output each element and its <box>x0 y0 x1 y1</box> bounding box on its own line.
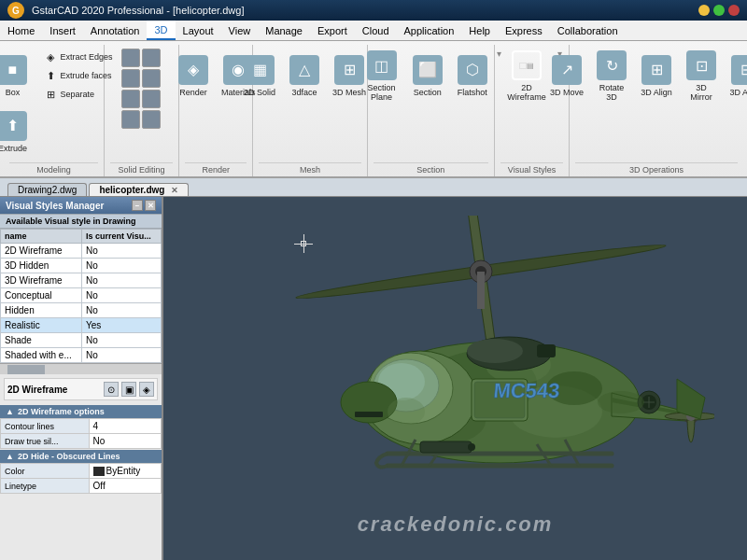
ribbon-group-section: ◫ Section Plane ⬜ Section ⬡ Flatshot ▾ S… <box>368 45 495 176</box>
solid-edit-btn-5[interactable] <box>121 90 140 108</box>
flatshot-icon: ⬡ <box>458 55 487 85</box>
menu-export[interactable]: Export <box>310 21 355 40</box>
menu-help[interactable]: Help <box>461 21 498 40</box>
3dmirror-button[interactable]: ⊡ 3D Mirror <box>681 49 722 104</box>
prop-color[interactable]: Color ByEntity <box>1 464 162 479</box>
vsm-title-buttons: − ✕ <box>132 200 156 211</box>
menu-cloud[interactable]: Cloud <box>355 21 397 40</box>
3d-operations-content: ↗ 3D Move ↻ Rotate 3D ⊞ 3D Align ⊡ 3D Mi… <box>546 45 747 162</box>
menu-annotation[interactable]: Annotation <box>83 21 148 40</box>
solid-edit-btn-2[interactable] <box>142 49 161 67</box>
render-button[interactable]: ◈ Render <box>173 49 214 103</box>
svg-rect-4 <box>477 272 485 309</box>
3dalign-button[interactable]: ⊞ 3D Align <box>636 49 677 103</box>
close-button[interactable] <box>728 5 740 16</box>
extrude-label: Extrude <box>0 144 27 153</box>
ribbon-group-mesh: ▦ 2D Solid △ 3dface ⊞ 3D Mesh ▾ Mesh <box>253 45 367 176</box>
vsm-title-text: Visual Styles Manager <box>6 201 104 211</box>
prop-contour[interactable]: Contour lines 4 <box>1 419 162 434</box>
vsm-scrollbar-thumb[interactable] <box>7 365 45 374</box>
rotate-3d-label: Rotate 3D <box>595 83 628 102</box>
app-logo: G <box>7 2 24 19</box>
minimize-button[interactable] <box>698 5 710 16</box>
box-button[interactable]: ■ Box <box>0 49 33 103</box>
flatshot-label: Flatshot <box>458 88 487 97</box>
menu-collaboration[interactable]: Collaboration <box>550 21 626 40</box>
prop-linetype[interactable]: Linetype Off <box>1 479 162 494</box>
table-row[interactable]: Conceptual No <box>1 288 162 303</box>
menu-home[interactable]: Home <box>0 21 42 40</box>
menu-3d[interactable]: 3D <box>147 21 175 40</box>
cad-viewport[interactable]: MC543 crackedonic.com <box>163 197 747 560</box>
vsm-close-btn[interactable]: ✕ <box>145 200 156 211</box>
3darray-button[interactable]: ⊟ 3D Array <box>726 49 747 103</box>
table-row[interactable]: 2D Wireframe No <box>1 244 162 259</box>
section-button[interactable]: ⬜ Section <box>407 49 448 103</box>
section-plane-label: Section Plane <box>363 83 399 102</box>
table-row-realistic[interactable]: Realistic Yes <box>1 318 162 333</box>
section-label: Section <box>414 88 442 97</box>
solid-edit-btn-6[interactable] <box>142 90 161 108</box>
vsm-hide-props: Color ByEntity Linetype Off <box>0 463 162 494</box>
solid-edit-btn-7[interactable] <box>121 110 140 129</box>
vsm-icon-3[interactable]: ◈ <box>139 382 154 397</box>
3dmirror-icon: ⊡ <box>686 50 716 80</box>
menu-manage[interactable]: Manage <box>258 21 310 40</box>
col-current: Is current Visu... <box>81 230 161 244</box>
menu-view[interactable]: View <box>221 21 259 40</box>
vsm-icon-1[interactable]: ⊙ <box>104 382 119 397</box>
tab-helicopter[interactable]: helicopter.dwg ✕ <box>89 183 189 196</box>
vsm-wireframe-options-section[interactable]: ▲ 2D Wireframe options <box>0 405 162 418</box>
mesh-label: Mesh <box>259 162 360 176</box>
prop-drawtrue[interactable]: Draw true sil... No <box>1 434 162 449</box>
menu-layout[interactable]: Layout <box>176 21 221 40</box>
solid-editing-label: Solid Editing <box>110 162 173 176</box>
3dface-button[interactable]: △ 3dface <box>284 49 325 103</box>
solid-edit-btn-3[interactable] <box>121 69 140 88</box>
solid-edit-btn-1[interactable] <box>121 49 140 67</box>
table-row[interactable]: Hidden No <box>1 303 162 318</box>
table-row[interactable]: 3D Wireframe No <box>1 273 162 288</box>
3dalign-label: 3D Align <box>641 88 672 97</box>
flatshot-button[interactable]: ⬡ Flatshot <box>452 49 493 103</box>
ribbon: ■ Box ⬆ Extrude ◈ Extract Edges ⬆ <box>0 41 747 178</box>
tab-helicopter-close[interactable]: ✕ <box>171 186 178 195</box>
rotate-3d-button[interactable]: ↻ Rotate 3D <box>591 49 632 104</box>
separate-icon: ⊞ <box>43 87 58 102</box>
extrude-button[interactable]: ⬆ Extrude <box>0 105 33 159</box>
svg-marker-22 <box>677 379 705 419</box>
vsm-minimize-btn[interactable]: − <box>132 200 143 211</box>
menu-application[interactable]: Application <box>397 21 462 40</box>
vsm-wireframe-options-label: 2D Wireframe options <box>18 407 105 416</box>
table-row[interactable]: Shade No <box>1 333 162 348</box>
solid-edit-btn-4[interactable] <box>142 69 161 88</box>
2dsolid-label: 2D Solid <box>244 88 275 97</box>
table-row[interactable]: Shaded with e... No <box>1 348 162 363</box>
solid-edit-btn-8[interactable] <box>142 110 161 129</box>
box-label: Box <box>6 88 21 97</box>
maximize-button[interactable] <box>713 5 725 16</box>
2d-wireframe-label: 2D Wireframe <box>504 83 549 102</box>
3dface-label: 3dface <box>292 88 317 97</box>
2dsolid-button[interactable]: ▦ 2D Solid <box>239 49 280 103</box>
menu-insert[interactable]: Insert <box>42 21 83 40</box>
section-icon: ⬜ <box>413 55 443 85</box>
extract-edges-icon: ◈ <box>43 49 58 64</box>
vsm-hide-collapse-icon: ▲ <box>6 452 14 461</box>
ribbon-group-modeling: ■ Box ⬆ Extrude ◈ Extract Edges ⬆ <box>4 45 105 176</box>
vsm-wireframe-props: Contour lines 4 Draw true sil... No <box>0 418 162 449</box>
vsm-icon-2[interactable]: ▣ <box>121 382 136 397</box>
helicopter-svg: MC543 <box>219 216 714 552</box>
table-row[interactable]: 3D Hidden No <box>1 259 162 273</box>
section-plane-button[interactable]: ◫ Section Plane <box>359 49 402 104</box>
menu-express[interactable]: Express <box>498 21 550 40</box>
tab-drawing2[interactable]: Drawing2.dwg <box>7 183 87 196</box>
vsm-hide-section[interactable]: ▲ 2D Hide - Obscured Lines <box>0 450 162 463</box>
box-icon: ■ <box>0 55 27 85</box>
visual-styles-label: Visual Styles <box>500 162 563 176</box>
2d-wireframe-button[interactable]: □▤ 2D Wireframe <box>500 49 553 104</box>
3dmove-button[interactable]: ↗ 3D Move <box>546 49 587 103</box>
vsm-scrollbar-h[interactable] <box>0 363 162 374</box>
3dmove-icon: ↗ <box>552 55 582 85</box>
modeling-label: Modeling <box>9 162 98 176</box>
